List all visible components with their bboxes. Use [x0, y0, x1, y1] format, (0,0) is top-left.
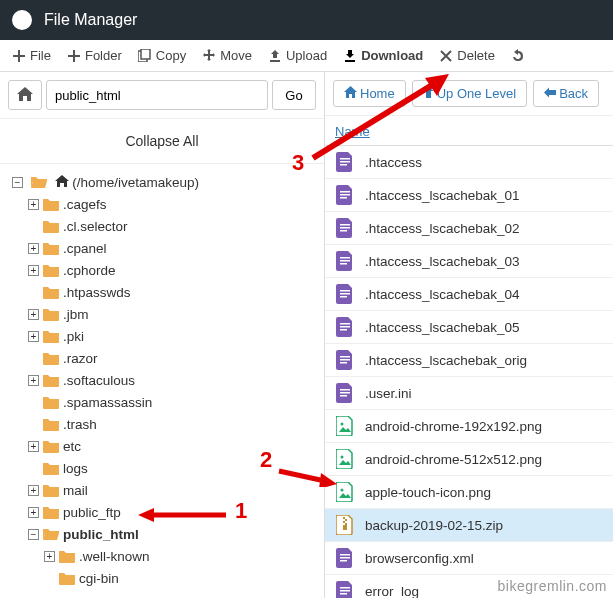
svg-rect-11: [340, 257, 350, 259]
home-path-button[interactable]: [8, 80, 42, 110]
tree-item-label[interactable]: .well-known: [79, 549, 150, 564]
folder-icon: [43, 262, 59, 276]
tree-item[interactable]: .razor: [28, 348, 320, 370]
tree-item-label[interactable]: .pki: [63, 329, 84, 344]
tree-item[interactable]: +public_ftp: [28, 502, 320, 524]
tree-item[interactable]: +.jbm: [28, 304, 320, 326]
file-name: android-chrome-512x512.png: [365, 452, 542, 467]
file-row[interactable]: backup-2019-02-15.zip: [325, 509, 613, 542]
svg-rect-8: [340, 224, 350, 226]
restore-button[interactable]: [503, 45, 525, 67]
file-row[interactable]: .htaccess_lscachebak_orig: [325, 344, 613, 377]
file-type-icon: [335, 415, 355, 437]
tree-item-label[interactable]: .razor: [63, 351, 98, 366]
tree-item[interactable]: +.pki: [28, 326, 320, 348]
download-button[interactable]: Download: [335, 44, 431, 67]
tree-item[interactable]: .trash: [28, 414, 320, 436]
tree-item-label[interactable]: logs: [63, 461, 88, 476]
copy-button[interactable]: Copy: [130, 44, 194, 67]
tree-item[interactable]: .htpasswds: [28, 282, 320, 304]
file-type-icon: [335, 250, 355, 272]
file-row[interactable]: .htaccess_lscachebak_01: [325, 179, 613, 212]
tree-item[interactable]: .cl.selector: [28, 216, 320, 238]
tree-item-label[interactable]: cgi-bin: [79, 571, 119, 586]
file-row[interactable]: .user.ini: [325, 377, 613, 410]
file-row[interactable]: android-chrome-512x512.png: [325, 443, 613, 476]
file-row[interactable]: browserconfig.xml: [325, 542, 613, 575]
svg-rect-31: [343, 521, 345, 523]
column-name[interactable]: Name: [335, 124, 370, 139]
tree-item-label[interactable]: etc: [63, 439, 81, 454]
collapse-all-button[interactable]: Collapse All: [0, 119, 324, 164]
toggle-icon[interactable]: +: [28, 243, 39, 254]
tree-item-label[interactable]: .cpanel: [63, 241, 107, 256]
nav-back-button[interactable]: Back: [533, 80, 599, 107]
toggle-icon[interactable]: +: [28, 485, 39, 496]
tree-item-label[interactable]: .cagefs: [63, 197, 107, 212]
toggle-icon[interactable]: +: [28, 199, 39, 210]
svg-rect-34: [340, 554, 350, 556]
toggle-icon[interactable]: +: [28, 331, 39, 342]
tree-item[interactable]: logs: [28, 458, 320, 480]
file-row[interactable]: .htaccess: [325, 146, 613, 179]
tree-item-label[interactable]: public_html: [63, 527, 139, 542]
tree-item[interactable]: +.well-known: [44, 546, 320, 568]
tree-item[interactable]: .spamassassin: [28, 392, 320, 414]
move-button[interactable]: Move: [194, 44, 260, 67]
svg-rect-22: [340, 362, 347, 364]
tree-item[interactable]: +.cagefs: [28, 194, 320, 216]
tree-item-label[interactable]: .spamassassin: [63, 395, 152, 410]
folder-icon: [43, 328, 59, 342]
toggle-icon[interactable]: +: [44, 551, 55, 562]
svg-rect-17: [340, 323, 350, 325]
new-file-button[interactable]: File: [4, 44, 59, 67]
tree-item[interactable]: +.softaculous: [28, 370, 320, 392]
tree-root[interactable]: − (/home/ivetamakeup) +.cagefs.cl.select…: [12, 172, 320, 590]
tree-item-label[interactable]: public_ftp: [63, 505, 121, 520]
new-folder-button[interactable]: Folder: [59, 44, 130, 67]
delete-button[interactable]: Delete: [431, 44, 503, 67]
nav-up-label: Up One Level: [437, 86, 517, 101]
tree-item-label[interactable]: .cphorde: [63, 263, 116, 278]
delete-icon: [439, 49, 453, 63]
tree-item-label[interactable]: .trash: [63, 417, 97, 432]
tree-item-label[interactable]: .htpasswds: [63, 285, 131, 300]
toggle-icon[interactable]: +: [28, 441, 39, 452]
file-name: .htaccess_lscachebak_03: [365, 254, 520, 269]
svg-rect-29: [343, 517, 345, 519]
file-name: .htaccess_lscachebak_05: [365, 320, 520, 335]
toggle-icon[interactable]: +: [28, 309, 39, 320]
folder-tree: − (/home/ivetamakeup) +.cagefs.cl.select…: [0, 164, 324, 598]
nav-up-button[interactable]: Up One Level: [412, 80, 528, 107]
file-row[interactable]: .htaccess_lscachebak_05: [325, 311, 613, 344]
svg-rect-2: [340, 158, 350, 160]
tree-item[interactable]: +mail: [28, 480, 320, 502]
nav-home-button[interactable]: Home: [333, 80, 406, 107]
tree-root-label[interactable]: (/home/ivetamakeup): [72, 175, 199, 190]
file-type-icon: [335, 481, 355, 503]
file-type-icon: [335, 316, 355, 338]
tree-item-label[interactable]: mail: [63, 483, 88, 498]
tree-item-current[interactable]: −public_html+.well-knowncgi-bin: [28, 524, 320, 590]
file-name: backup-2019-02-15.zip: [365, 518, 503, 533]
toggle-icon[interactable]: −: [28, 529, 39, 540]
path-input[interactable]: [46, 80, 268, 110]
tree-item[interactable]: +etc: [28, 436, 320, 458]
file-row[interactable]: .htaccess_lscachebak_03: [325, 245, 613, 278]
toggle-icon[interactable]: +: [28, 265, 39, 276]
tree-item-label[interactable]: .cl.selector: [63, 219, 128, 234]
file-row[interactable]: apple-touch-icon.png: [325, 476, 613, 509]
go-button[interactable]: Go: [272, 80, 316, 110]
file-row[interactable]: android-chrome-192x192.png: [325, 410, 613, 443]
tree-item[interactable]: cgi-bin: [44, 568, 320, 590]
toggle-icon[interactable]: +: [28, 507, 39, 518]
file-row[interactable]: .htaccess_lscachebak_04: [325, 278, 613, 311]
tree-item-label[interactable]: .jbm: [63, 307, 89, 322]
tree-item[interactable]: +.cpanel: [28, 238, 320, 260]
file-row[interactable]: .htaccess_lscachebak_02: [325, 212, 613, 245]
toggle-icon[interactable]: +: [28, 375, 39, 386]
tree-item[interactable]: +.cphorde: [28, 260, 320, 282]
toggle-icon[interactable]: −: [12, 177, 23, 188]
tree-item-label[interactable]: .softaculous: [63, 373, 135, 388]
upload-button[interactable]: Upload: [260, 44, 335, 67]
